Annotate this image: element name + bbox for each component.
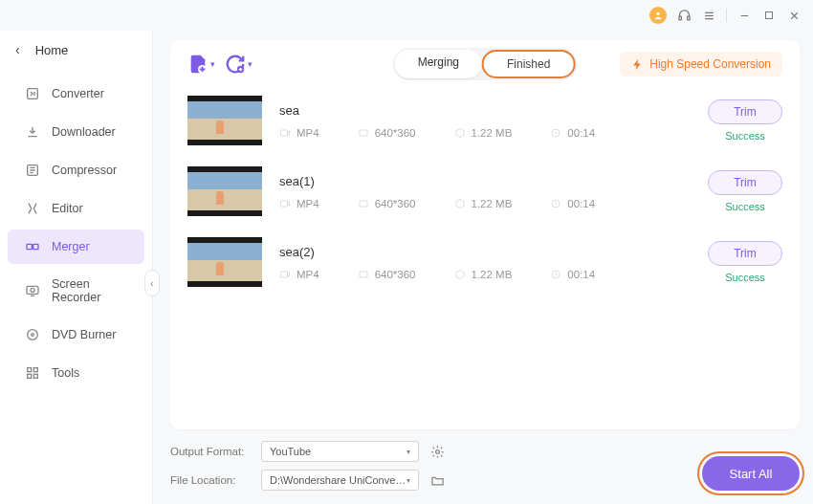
maximize-button[interactable]: [761, 8, 777, 23]
file-name: sea(2): [279, 245, 691, 259]
file-status: Success: [725, 130, 765, 142]
svg-rect-24: [281, 130, 288, 136]
output-settings-button[interactable]: [428, 443, 446, 460]
file-size: 1.22 MB: [454, 269, 513, 280]
titlebar: [0, 0, 813, 31]
svg-point-17: [32, 334, 34, 337]
svg-rect-27: [281, 201, 288, 207]
file-size: 1.22 MB: [454, 198, 513, 209]
svg-rect-7: [766, 12, 773, 19]
file-name: sea(1): [279, 174, 691, 188]
refresh-add-icon: [225, 54, 246, 75]
trim-button[interactable]: Trim: [708, 99, 782, 124]
file-format: MP4: [279, 127, 319, 139]
hsc-label: High Speed Conversion: [649, 57, 771, 71]
sidebar-item-label: Screen Recorder: [52, 277, 127, 304]
output-format-select[interactable]: YouTube ▾: [261, 441, 419, 462]
file-row: sea MP4 640*360 1.22 MB 00:14 Trim Succe…: [187, 96, 782, 145]
video-thumbnail[interactable]: [187, 237, 262, 287]
output-format-value: YouTube: [270, 446, 311, 457]
file-size: 1.22 MB: [454, 127, 513, 139]
sidebar-item-compressor[interactable]: Compressor: [8, 153, 144, 187]
sidebar-collapse-handle[interactable]: ‹: [144, 270, 160, 296]
trim-button[interactable]: Trim: [708, 241, 782, 266]
svg-rect-31: [360, 272, 367, 277]
dvd-icon: [25, 327, 40, 342]
home-back[interactable]: ‹ Home: [0, 34, 152, 65]
download-icon: [25, 124, 40, 140]
sidebar-item-label: Editor: [52, 202, 83, 215]
sidebar-item-downloader[interactable]: Downloader: [8, 115, 144, 149]
svg-rect-14: [27, 286, 38, 294]
file-resolution: 640*360: [358, 269, 416, 280]
sidebar-item-label: DVD Burner: [52, 328, 116, 341]
open-folder-button[interactable]: [428, 471, 446, 489]
sidebar-item-label: Tools: [52, 366, 79, 380]
add-file-icon: [187, 54, 209, 75]
chevron-down-icon: ▾: [210, 59, 215, 69]
close-button[interactable]: [786, 8, 802, 23]
file-name: sea: [279, 103, 691, 118]
file-status: Success: [725, 201, 765, 212]
file-status: Success: [725, 272, 765, 283]
svg-rect-30: [281, 272, 288, 277]
chevron-down-icon: ▾: [248, 59, 253, 69]
video-thumbnail[interactable]: [187, 166, 262, 216]
file-location-value: D:\Wondershare UniConverter 1: [270, 474, 406, 486]
compressor-icon: [25, 163, 40, 178]
file-list: sea MP4 640*360 1.22 MB 00:14 Trim Succe…: [187, 96, 782, 287]
svg-rect-18: [28, 368, 32, 372]
svg-rect-13: [33, 244, 38, 249]
menu-icon[interactable]: [701, 8, 716, 23]
chevron-left-icon: ‹: [15, 42, 20, 57]
start-all-button[interactable]: Start All: [702, 456, 800, 491]
high-speed-conversion-button[interactable]: High Speed Conversion: [620, 52, 782, 77]
svg-rect-1: [678, 16, 681, 20]
file-row: sea(1) MP4 640*360 1.22 MB 00:14 Trim Su…: [187, 166, 782, 216]
sidebar-item-merger[interactable]: Merger: [8, 230, 144, 264]
add-file-button[interactable]: ▾: [187, 54, 215, 75]
sidebar-item-converter[interactable]: Converter: [8, 77, 144, 111]
sidebar-item-label: Downloader: [52, 125, 116, 139]
svg-point-16: [28, 330, 38, 340]
tab-group: Merging Finished: [393, 48, 578, 80]
svg-rect-2: [687, 16, 690, 20]
file-resolution: 640*360: [358, 198, 416, 209]
chevron-down-icon: ▾: [406, 476, 410, 485]
sidebar-item-label: Converter: [52, 87, 104, 100]
add-folder-button[interactable]: ▾: [225, 54, 253, 75]
file-duration: 00:14: [550, 198, 595, 209]
headset-icon[interactable]: [676, 8, 692, 23]
chevron-down-icon: ▾: [406, 448, 410, 456]
file-format: MP4: [279, 269, 319, 280]
minimize-button[interactable]: [736, 8, 752, 23]
svg-point-33: [435, 449, 439, 453]
file-resolution: 640*360: [358, 127, 416, 139]
converter-icon: [25, 86, 40, 101]
sidebar-item-label: Merger: [52, 240, 90, 253]
sidebar: ‹ Home Converter Downloader Compressor E…: [0, 31, 153, 504]
file-duration: 00:14: [550, 127, 595, 139]
tab-merging[interactable]: Merging: [395, 50, 482, 78]
divider: [726, 9, 727, 22]
tools-icon: [25, 365, 40, 381]
screen-recorder-icon: [25, 283, 40, 298]
svg-rect-25: [360, 130, 367, 136]
trim-button[interactable]: Trim: [708, 170, 782, 195]
tab-finished[interactable]: Finished: [482, 50, 575, 78]
svg-rect-20: [28, 374, 32, 378]
sidebar-item-tools[interactable]: Tools: [8, 356, 144, 390]
svg-rect-12: [27, 244, 32, 249]
sidebar-item-editor[interactable]: Editor: [8, 191, 144, 226]
sidebar-item-dvd-burner[interactable]: DVD Burner: [8, 318, 144, 352]
svg-rect-28: [360, 201, 367, 207]
editor-icon: [25, 201, 40, 216]
user-avatar[interactable]: [649, 7, 667, 24]
sidebar-item-screen-recorder[interactable]: Screen Recorder: [8, 268, 144, 314]
video-thumbnail[interactable]: [187, 96, 262, 145]
file-location-select[interactable]: D:\Wondershare UniConverter 1 ▾: [261, 470, 419, 491]
lightning-icon: [631, 58, 644, 71]
file-format: MP4: [279, 198, 319, 209]
svg-point-0: [656, 12, 659, 15]
merger-icon: [25, 239, 40, 254]
